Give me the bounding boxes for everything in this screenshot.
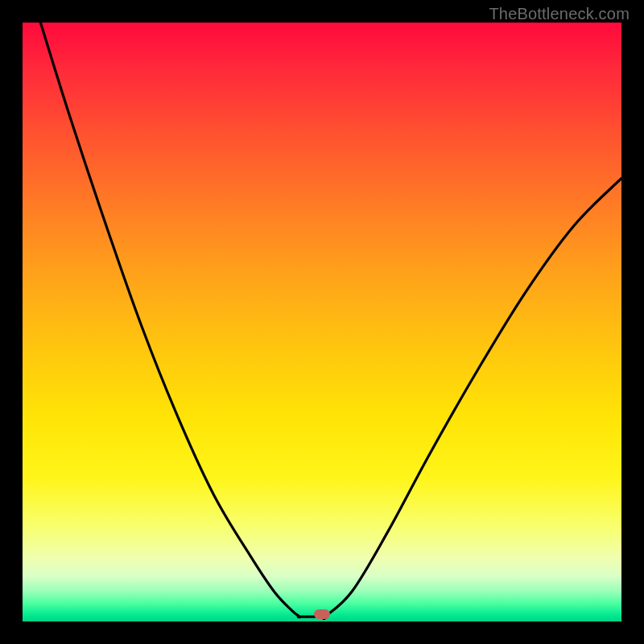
watermark-text: TheBottleneck.com	[489, 5, 630, 23]
optimal-point-marker	[314, 609, 330, 619]
plot-area	[23, 23, 621, 621]
chart-frame: TheBottleneck.com	[0, 0, 644, 644]
bottleneck-curve	[23, 23, 621, 621]
